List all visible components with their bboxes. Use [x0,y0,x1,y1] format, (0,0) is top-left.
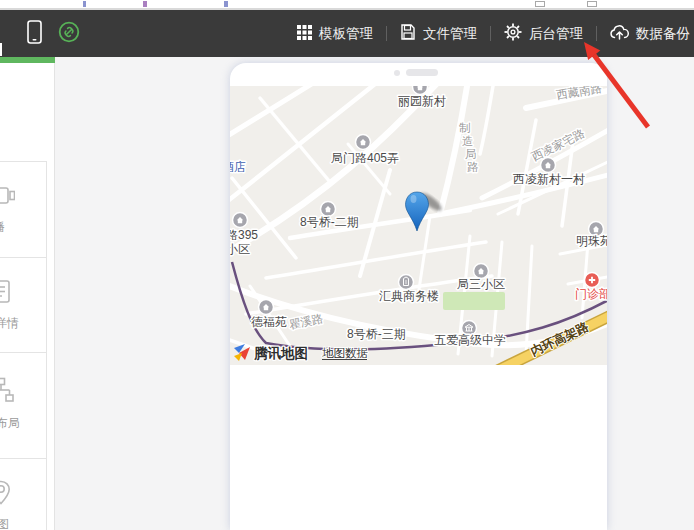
menu-file-management[interactable]: 文件管理 [400,24,477,43]
sidebar-item-label: 播 [0,219,5,236]
menu-label: 数据备份 [636,25,690,43]
map-brand-label: 腾讯地图 [254,346,308,361]
phone-speaker [406,69,438,76]
map-preview[interactable]: 丽园新村 西藏南路 制 造 局 路 西凌家宅路 西凌新村一村 局门路405弄 酒… [230,86,607,365]
component-sidebar: 播 详情 布局 图 [0,63,55,530]
poi-house-icon [233,213,248,228]
map-label-zhizaoju-char: 局 [465,148,477,160]
map-data-link[interactable]: 地图数据 [322,347,368,359]
layout-icon [0,377,15,409]
cloud-upload-icon [610,24,629,43]
map-label-zhizaoju-char: 造 [462,135,474,147]
map-label-huidian: 汇典商务楼 [379,289,439,303]
detail-icon [0,278,15,310]
phone-camera-dot [394,70,400,76]
browser-remnant-mark [83,1,86,7]
gear-icon [504,23,522,44]
map-label-wuai: 五爱高级中学 [434,333,506,347]
phone-preview: 丽园新村 西藏南路 制 造 局 路 西凌家宅路 西凌新村一村 局门路405弄 酒… [230,63,607,530]
menu-label: 文件管理 [423,25,477,43]
link-icon[interactable] [58,21,80,47]
poi-house-icon [356,135,371,150]
browser-remnant-strip [0,0,694,10]
map-label-hotel: 酒店 [230,160,246,174]
map-label-road395: 路395 [230,228,258,242]
map-label-jumen405: 局门路405弄 [331,151,399,165]
sidebar-item-label: 图 [0,516,9,530]
map-label-xiling-village: 西凌新村一村 [513,172,585,186]
sidebar-item-map[interactable]: 图 [0,458,46,530]
map-label-xiaoqu: 小区 [230,242,250,256]
menu-label: 后台管理 [529,25,583,43]
map-label-bridge3: 8号桥-三期 [347,327,406,341]
menu-backend-management[interactable]: 后台管理 [504,23,583,44]
browser-remnant-mark [587,1,597,7]
map-label-jusan: 局三小区 [457,277,505,291]
sidebar-item-layout[interactable]: 布局 [0,352,46,458]
map-label-zhizaoju-char: 制 [459,122,471,134]
browser-remnant-mark [535,1,545,7]
map-pin-icon [0,479,15,511]
app-window: 模板管理 文件管理 后台管理 数据备份 [0,0,694,530]
map-label-liyuan: 丽园新村 [398,94,446,108]
menu-template-management[interactable]: 模板管理 [297,25,373,43]
grid-icon [297,25,312,43]
map-label-zhizaoju-char: 路 [467,161,479,173]
poi-clinic-icon [585,273,600,288]
map-label-bridge2: 8号桥-二期 [300,215,359,229]
poi-house-icon [541,158,556,173]
toolbar-divider [596,26,597,41]
map-label-defuyuan: 德福苑 [251,315,287,329]
sidebar-item-detail[interactable]: 详情 [0,257,46,352]
map-park [443,292,505,310]
sidebar-item-label: 详情 [0,315,19,332]
sidebar-item-label: 布局 [0,415,20,432]
clipped-monitor-icon [0,43,2,56]
browser-remnant-mark [224,1,228,7]
save-icon [400,24,416,43]
carousel-icon [0,182,15,214]
map-label-mingzhu: 明珠苑 [576,234,607,248]
menu-data-backup[interactable]: 数据备份 [610,24,690,43]
menu-label: 模板管理 [319,25,373,43]
phone-preview-icon[interactable] [27,20,42,48]
toolbar-divider [386,26,387,41]
poi-building-icon [399,275,414,290]
map-attribution: 腾讯地图 地图数据 [234,344,368,361]
top-toolbar: 模板管理 文件管理 后台管理 数据备份 [0,10,694,57]
toolbar-divider [490,26,491,41]
browser-remnant-mark [143,1,147,7]
poi-house-icon [259,300,274,315]
sidebar-item-carousel[interactable]: 播 [0,161,46,257]
map-label-clinic: 门诊部 [575,287,607,301]
